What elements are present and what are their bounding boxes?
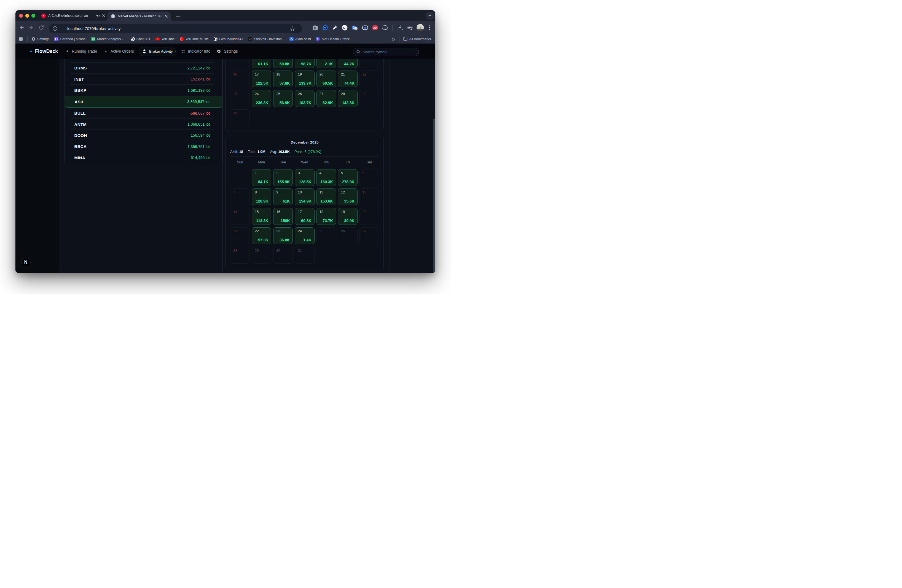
lens-extension-icon[interactable] — [322, 25, 328, 31]
calendar-day-active[interactable]: 8120.9K — [252, 188, 271, 205]
calendar-day-active[interactable]: 17122.5K — [252, 70, 271, 88]
bookmark-item[interactable]: Stockbit - Investas... — [248, 37, 284, 41]
stock-row[interactable]: BBCA1,356,751 lot — [65, 141, 222, 152]
extensions-puzzle-icon[interactable] — [382, 25, 388, 31]
tab-audio-icon[interactable] — [96, 14, 100, 18]
new-tab-button[interactable] — [174, 13, 182, 20]
dots-grid-icon — [181, 49, 185, 53]
code-braces-extension-icon[interactable]: {..} — [341, 25, 348, 31]
calendar-day-active[interactable]: 1857.8K — [273, 70, 293, 88]
adblock-icon[interactable]: AD — [372, 25, 378, 31]
url-text[interactable]: localhost:7070/broker-activity — [67, 27, 121, 31]
bookmark-item[interactable]: Github/yudha47 — [214, 37, 243, 41]
address-bar[interactable]: localhost:7070/broker-activity — [49, 24, 302, 33]
calendar-day-active[interactable]: 26103.7K — [295, 90, 314, 107]
media-queue-icon[interactable] — [407, 25, 413, 31]
calendar-day-active[interactable]: 15113.3K — [252, 208, 271, 225]
page-scrollbar-thumb[interactable] — [433, 119, 435, 272]
oval-extension-icon[interactable] — [362, 25, 368, 31]
day-number: 24 — [255, 92, 258, 96]
zoom-window-button[interactable] — [31, 14, 35, 18]
symbol-search-input[interactable]: Search symbol... — [353, 48, 419, 56]
profile-avatar[interactable] — [417, 24, 424, 31]
calendar-day-active[interactable]: 184.1K — [252, 169, 271, 186]
calendar-day-active[interactable]: 19139.7K — [295, 70, 314, 88]
bookmarks-separator — [27, 36, 28, 42]
brand[interactable]: FlowDeck — [30, 44, 58, 59]
calendar-day-active[interactable]: 1930.9K — [338, 208, 357, 225]
apps-grid-icon[interactable] — [19, 37, 23, 41]
tab-close-button[interactable] — [102, 14, 105, 17]
day-number: 6 — [363, 171, 365, 175]
bookmark-item[interactable]: Market Analysis -... — [91, 37, 126, 41]
google-translate-icon[interactable]: G文 — [351, 25, 358, 31]
calendar-day-active[interactable]: 2060.5K — [316, 70, 336, 88]
calendar-day-active[interactable]: 961K — [273, 188, 293, 205]
calendar-day-active[interactable]: 2174.4K — [338, 70, 357, 88]
tab-inactive[interactable]: A.C.A.B skinhead selaman — [37, 10, 108, 21]
bookmarks-overflow-icon[interactable] — [391, 37, 395, 41]
stock-row[interactable]: DOOH156,594 lot — [65, 130, 222, 141]
bookmark-item[interactable]: Ajaib.co.id — [290, 37, 311, 41]
bookmark-item[interactable]: ChatGPT — [131, 37, 150, 41]
calendar-day-active[interactable]: 10154.9K — [295, 188, 314, 205]
tab-active[interactable]: Market Analysis - Running Tra — [108, 12, 171, 21]
nextjs-dev-badge[interactable]: N — [21, 258, 31, 267]
bookmark-item[interactable]: Beranda | hPanel — [54, 37, 86, 41]
calendar-day-active[interactable]: 11153.6K — [316, 188, 336, 205]
calendar-day-active[interactable]: 2155.9K — [273, 169, 293, 186]
tab-search-button[interactable] — [426, 12, 434, 20]
bookmark-item[interactable]: Settings — [31, 37, 49, 41]
bookmark-item[interactable]: YouTube — [155, 37, 174, 41]
day-value: 44.2K — [344, 62, 354, 66]
stock-row-selected[interactable]: ASII3,369,547 lot — [65, 96, 222, 108]
calendar-day-active[interactable]: 1873.7K — [316, 208, 336, 225]
calendar-day-active[interactable]: 2257.3K — [252, 227, 271, 244]
stock-symbol: MINA — [74, 155, 191, 160]
calendar-day-active[interactable]: 3128.5K — [295, 169, 314, 186]
calendar-day-active[interactable]: 2556.9K — [273, 90, 293, 107]
site-info-icon[interactable] — [53, 26, 57, 31]
day-number: 28 — [341, 92, 345, 96]
stock-row[interactable]: MINA614,495 lot — [65, 152, 222, 163]
nav-broker-activity[interactable]: Broker Activity — [139, 47, 175, 56]
stock-row[interactable]: BBKP1,691,193 lot — [65, 84, 222, 95]
close-window-button[interactable] — [19, 14, 23, 18]
bookmark-star-icon[interactable] — [290, 26, 295, 31]
stock-row[interactable]: BRMS2,721,242 lot — [65, 63, 222, 74]
day-number: 18 — [276, 72, 280, 76]
back-icon[interactable] — [19, 25, 25, 31]
calendar-day-active[interactable]: 24236.3K — [252, 90, 271, 107]
day-number: 5 — [341, 171, 343, 175]
calendar-day-active[interactable]: 4160.3K — [316, 169, 336, 186]
browser-menu-icon[interactable] — [427, 25, 432, 31]
calendar-day-active[interactable]: 5278.9K — [338, 169, 357, 186]
all-bookmarks-button[interactable]: All Bookmarks — [403, 37, 431, 41]
bookmark-label: Ajaib.co.id — [295, 37, 311, 41]
downloads-icon[interactable] — [397, 25, 403, 31]
calendar-day-active[interactable]: 2336.8K — [273, 227, 293, 244]
nav-settings[interactable]: Settings — [217, 44, 238, 59]
calendar-day-active[interactable]: 241.4K — [295, 227, 314, 244]
stock-row[interactable]: INET-152,641 lot — [65, 74, 222, 84]
eyedropper-icon[interactable] — [332, 25, 338, 31]
nav-active-orders[interactable]: Active Orders — [105, 44, 134, 59]
stock-row[interactable]: BULL-588,667 lot — [65, 108, 222, 119]
bookmark-item[interactable]: CAlat Desain Gratis:... — [316, 37, 352, 41]
reload-icon[interactable] — [38, 25, 44, 31]
screenshot-camera-icon[interactable] — [312, 25, 318, 31]
nav-running-trade[interactable]: Running Trade — [66, 44, 97, 59]
calendar-day-active[interactable]: 28142.8K — [338, 90, 357, 107]
stock-row[interactable]: ANTM1,368,851 lot — [65, 119, 222, 130]
forward-icon[interactable] — [28, 25, 34, 31]
calendar-day-active[interactable]: 1235.6K — [338, 188, 357, 205]
calendar-day-active[interactable]: 2762.9K — [316, 90, 336, 107]
calendar-day-active[interactable]: 1760.8K — [295, 208, 314, 225]
calendar-day-active[interactable]: 16156K — [273, 208, 293, 225]
stock-symbol: ANTM — [74, 122, 188, 127]
tab-close-button[interactable] — [164, 15, 168, 18]
day-number: 25 — [276, 92, 280, 96]
nav-indicator-info[interactable]: Indicator Info — [181, 44, 210, 59]
minimize-window-button[interactable] — [25, 14, 29, 18]
bookmark-item[interactable]: YouTube Music — [180, 37, 209, 41]
